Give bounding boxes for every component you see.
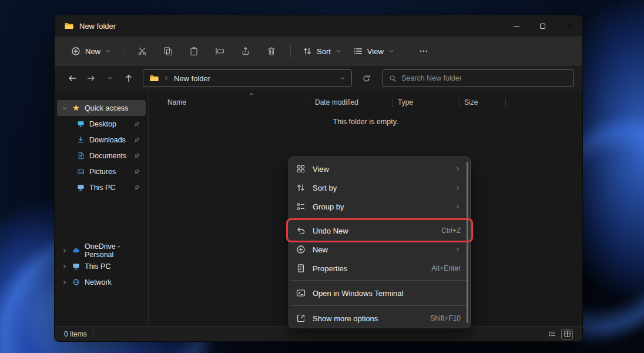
open-external-icon [296, 314, 306, 323]
context-menu-item-sort-by[interactable]: Sort by [289, 178, 470, 197]
menu-separator [290, 218, 469, 219]
rename-icon [215, 46, 224, 56]
menu-item-label: Sort by [313, 184, 337, 192]
empty-folder-message: This folder is empty. [149, 118, 582, 126]
context-menu-item-undo-new[interactable]: Undo New Ctrl+Z [289, 221, 470, 240]
minimize-button[interactable] [503, 15, 529, 36]
pin-icon [134, 169, 140, 175]
share-button[interactable] [234, 41, 257, 61]
context-menu-item-open-in-terminal[interactable]: Open in Windows Terminal [289, 283, 470, 303]
sidebar-item-onedrive[interactable]: OneDrive - Personal [57, 242, 146, 258]
more-options-button[interactable] [412, 41, 435, 61]
star-icon [72, 104, 80, 112]
context-menu-item-show-more-options[interactable]: Show more options Shift+F10 [289, 308, 470, 328]
address-dropdown-icon[interactable] [340, 75, 346, 81]
share-icon [241, 46, 250, 56]
delete-button[interactable] [260, 41, 283, 61]
grid-view-icon [296, 164, 306, 174]
plus-circle-icon [71, 46, 80, 56]
sidebar-item-label: Downloads [89, 136, 126, 144]
details-view-button[interactable] [546, 329, 558, 339]
sidebar-item-label: Network [85, 278, 112, 287]
context-menu-item-view[interactable]: View [289, 159, 470, 178]
column-header-size[interactable]: Size [459, 98, 505, 106]
details-view-icon [548, 330, 556, 338]
menu-item-label: New [313, 245, 328, 254]
maximize-button[interactable] [529, 15, 556, 36]
cut-button[interactable] [130, 41, 154, 61]
chevron-right-icon [455, 185, 461, 191]
address-bar[interactable]: New folder [143, 69, 352, 87]
sidebar-item-documents[interactable]: Documents [57, 148, 146, 164]
chevron-down-icon [107, 75, 113, 81]
column-header-type[interactable]: Type [393, 98, 459, 106]
sidebar-item-pictures[interactable]: Pictures [57, 164, 146, 179]
chevron-right-icon[interactable] [62, 248, 68, 254]
navigation-pane: Quick access Desktop Downloads Documents… [55, 91, 149, 326]
cloud-icon [72, 247, 80, 254]
menu-separator [290, 280, 469, 281]
search-input[interactable] [401, 74, 568, 82]
pin-icon [134, 137, 140, 143]
sidebar-item-network[interactable]: Network [57, 274, 146, 290]
column-header-name[interactable]: Name [167, 98, 310, 106]
menu-item-label: View [313, 165, 329, 174]
search-icon [389, 75, 397, 82]
back-button[interactable] [63, 69, 82, 88]
context-menu-scrollbar[interactable] [467, 162, 468, 323]
column-header-date-modified[interactable]: Date modified [310, 98, 393, 106]
context-menu-item-new[interactable]: New [289, 240, 470, 259]
terminal-icon [296, 288, 306, 298]
breadcrumb-item[interactable]: New folder [174, 74, 210, 83]
menu-item-label: Show more options [313, 314, 378, 323]
network-icon [72, 278, 80, 286]
forward-button[interactable] [82, 69, 100, 88]
sidebar-item-desktop[interactable]: Desktop [57, 116, 146, 132]
sidebar-item-this-pc-pinned[interactable]: This PC [57, 179, 146, 195]
minimize-icon [514, 26, 519, 26]
maximize-icon [540, 24, 545, 29]
sidebar-item-downloads[interactable]: Downloads [57, 132, 146, 148]
context-menu-item-group-by[interactable]: Group by [289, 197, 470, 216]
column-separator[interactable] [505, 98, 506, 107]
monitor-icon [77, 120, 85, 128]
chevron-right-icon[interactable] [62, 279, 68, 285]
properties-icon [296, 264, 306, 273]
window-title: New folder [79, 22, 116, 31]
sidebar-item-quick-access[interactable]: Quick access [57, 100, 146, 116]
close-button[interactable] [556, 15, 582, 36]
chevron-down-icon[interactable] [62, 105, 68, 111]
chevron-down-icon [388, 48, 394, 54]
monitor-icon [72, 262, 80, 270]
copy-icon [163, 46, 173, 56]
command-bar: New Sort View [55, 36, 582, 66]
undo-icon [296, 226, 306, 235]
view-button[interactable]: View [347, 42, 400, 60]
up-button[interactable] [119, 69, 138, 88]
context-menu-item-properties[interactable]: Properties Alt+Enter [289, 259, 470, 278]
folder-icon [64, 21, 73, 31]
ellipsis-icon [419, 46, 428, 56]
large-icons-view-button[interactable] [561, 329, 573, 339]
sidebar-item-label: Documents [89, 152, 126, 160]
paste-button[interactable] [182, 41, 206, 61]
rename-button[interactable] [208, 41, 232, 61]
menu-item-shortcut: Alt+Enter [431, 264, 461, 272]
sidebar-item-this-pc[interactable]: This PC [57, 258, 146, 274]
search-box [383, 69, 574, 87]
plus-circle-icon [296, 245, 306, 254]
sort-button[interactable]: Sort [297, 42, 347, 60]
recent-locations-button[interactable] [100, 69, 119, 88]
new-button[interactable]: New [65, 42, 117, 60]
arrow-up-icon [124, 74, 133, 83]
trash-icon [267, 46, 276, 56]
toolbar-separator [123, 45, 123, 58]
refresh-button[interactable] [357, 69, 375, 88]
thumbnail-view-icon [564, 330, 571, 338]
view-toggle-group [546, 329, 573, 339]
refresh-icon [363, 75, 370, 82]
copy-button[interactable] [156, 41, 180, 61]
file-explorer-window: New folder New Sort View [54, 15, 583, 342]
sidebar-spacer [55, 195, 148, 242]
chevron-right-icon[interactable] [62, 264, 68, 269]
